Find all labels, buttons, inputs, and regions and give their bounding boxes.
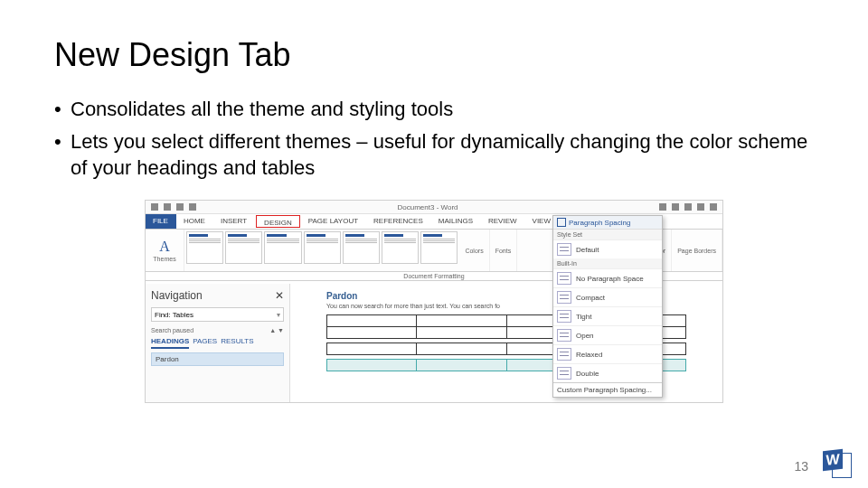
spacing-swatch-icon: [557, 310, 571, 323]
themes-button[interactable]: A Themes: [146, 230, 184, 271]
spacing-option[interactable]: Open: [553, 325, 662, 344]
spacing-option-label: Compact: [576, 294, 605, 302]
word-icon: [151, 203, 158, 211]
themes-label: Themes: [153, 256, 175, 262]
spacing-swatch-icon: [557, 272, 571, 285]
close-icon[interactable]: [710, 203, 717, 211]
style-thumb[interactable]: [343, 231, 380, 264]
spacing-option-label: Default: [576, 246, 599, 254]
colors-label: Colors: [465, 248, 483, 254]
tab-design[interactable]: DESIGN: [256, 215, 300, 228]
spacing-option-label: Relaxed: [576, 351, 602, 359]
word-logo: W: [823, 450, 852, 479]
help-icon[interactable]: [659, 203, 666, 211]
spacing-option[interactable]: Relaxed: [553, 344, 662, 363]
spacing-swatch-icon: [557, 243, 571, 256]
page-borders-button[interactable]: Page Borders: [672, 230, 722, 271]
bullet-list: Consolidates all the theme and styling t…: [54, 96, 814, 182]
nav-search[interactable]: ▾: [151, 307, 284, 322]
style-thumb[interactable]: [264, 231, 301, 264]
page-borders-label: Page Borders: [677, 248, 716, 254]
ribbon-options-icon[interactable]: [672, 203, 679, 211]
tab-home[interactable]: HOME: [176, 214, 213, 229]
nav-tab-headings[interactable]: HEADINGS: [151, 337, 189, 349]
style-thumb[interactable]: [304, 231, 341, 264]
dropdown-section-builtin: Built-In: [553, 258, 662, 268]
maximize-icon[interactable]: [697, 203, 704, 211]
paragraph-spacing-label: Paragraph Spacing: [569, 219, 631, 227]
nav-tabs: HEADINGS PAGES RESULTS: [151, 337, 284, 349]
style-thumb[interactable]: [186, 231, 223, 264]
style-thumb[interactable]: [420, 231, 458, 264]
search-dropdown-icon[interactable]: ▾: [274, 311, 283, 319]
spacing-option[interactable]: Compact: [553, 287, 662, 306]
spacing-option-label: Double: [576, 370, 599, 378]
spacing-swatch-icon: [557, 367, 571, 380]
spacing-option-custom[interactable]: Custom Paragraph Spacing...: [553, 382, 662, 397]
paragraph-spacing-icon: [557, 218, 566, 227]
spacing-option[interactable]: No Paragraph Space: [553, 268, 662, 287]
themes-icon: A: [159, 239, 170, 254]
nav-prev-next[interactable]: ▲ ▼: [269, 327, 284, 333]
word-window: Document3 - Word FILE HOME INSERT DESIGN…: [145, 200, 723, 403]
document-title: Document3 - Word: [202, 203, 654, 211]
spacing-option[interactable]: Tight: [553, 306, 662, 325]
tab-references[interactable]: REFERENCES: [366, 214, 431, 229]
navigation-pane: Navigation ✕ ▾ Search paused ▲ ▼ HEADING…: [146, 284, 290, 402]
nav-close-icon[interactable]: ✕: [275, 289, 284, 302]
spacing-option-label: Tight: [576, 313, 592, 321]
screenshot-figure: Document3 - Word FILE HOME INSERT DESIGN…: [145, 200, 723, 403]
fonts-button[interactable]: Fonts: [490, 230, 518, 271]
style-thumb[interactable]: [225, 231, 262, 264]
spacing-swatch-icon: [557, 348, 571, 361]
bullet-item: Consolidates all the theme and styling t…: [54, 96, 814, 123]
spacing-option-label: Open: [576, 332, 594, 340]
nav-result-item[interactable]: Pardon: [151, 352, 284, 366]
style-gallery[interactable]: [184, 230, 459, 271]
tab-mailings[interactable]: MAILINGS: [431, 214, 481, 229]
tab-insert[interactable]: INSERT: [213, 214, 255, 229]
paragraph-spacing-button[interactable]: Paragraph Spacing: [553, 216, 662, 230]
tab-page-layout[interactable]: PAGE LAYOUT: [301, 214, 366, 229]
fonts-label: Fonts: [495, 248, 512, 254]
spacing-option[interactable]: Double: [553, 363, 662, 382]
spacing-option-label: No Paragraph Space: [576, 275, 644, 283]
page-number: 13: [794, 459, 808, 474]
slide-title: New Design Tab: [54, 36, 814, 74]
nav-pane-title: Navigation: [151, 289, 203, 302]
nav-tab-pages[interactable]: PAGES: [193, 337, 217, 349]
search-status: Search paused: [151, 327, 193, 333]
redo-icon[interactable]: [189, 203, 196, 211]
bullet-item: Lets you select different themes – usefu…: [54, 128, 814, 182]
save-icon[interactable]: [164, 203, 171, 211]
title-bar: Document3 - Word: [146, 201, 722, 214]
tab-file[interactable]: FILE: [146, 214, 176, 229]
nav-tab-results[interactable]: RESULTS: [221, 337, 253, 349]
nav-search-input[interactable]: [152, 311, 274, 319]
spacing-swatch-icon: [557, 291, 571, 304]
style-thumb[interactable]: [382, 231, 419, 264]
spacing-swatch-icon: [557, 329, 571, 342]
spacing-option-default[interactable]: Default: [553, 239, 662, 258]
dropdown-section-styleset: Style Set: [553, 230, 662, 239]
undo-icon[interactable]: [176, 203, 184, 211]
tab-review[interactable]: REVIEW: [481, 214, 525, 229]
colors-button[interactable]: Colors: [459, 230, 489, 271]
paragraph-spacing-dropdown: Paragraph Spacing Style Set Default Buil…: [552, 215, 663, 398]
spacing-option-label: Custom Paragraph Spacing...: [557, 386, 652, 394]
minimize-icon[interactable]: [684, 203, 692, 211]
